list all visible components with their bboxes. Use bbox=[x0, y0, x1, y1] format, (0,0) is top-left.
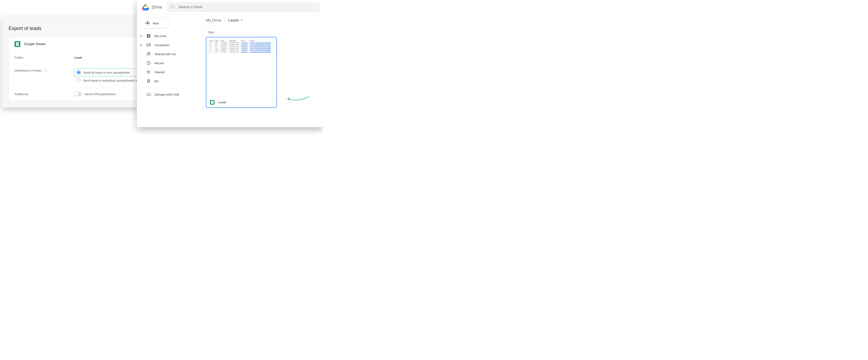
additional-label: Additional bbox=[14, 92, 74, 96]
svg-point-6 bbox=[149, 53, 150, 54]
sidebar-item-mydrive[interactable]: ▶ My Drive bbox=[137, 31, 203, 40]
drive-sidebar: New ▶ My Drive ▶ Computers Shared with m… bbox=[137, 15, 203, 127]
people-icon bbox=[146, 52, 151, 56]
utm-label: Send UTM parameters bbox=[85, 92, 116, 96]
google-drive-window: Drive Search in Drive New ▶ My Drive ▶ C… bbox=[137, 0, 323, 127]
chevron-down-icon: ▼ bbox=[241, 19, 243, 22]
chevron-right-icon: ▶ bbox=[141, 44, 143, 46]
utm-toggle[interactable] bbox=[74, 92, 82, 96]
sidebar-item-recent[interactable]: Recent bbox=[137, 58, 203, 67]
files-heading: Files bbox=[203, 26, 323, 37]
new-button[interactable]: New bbox=[141, 18, 169, 29]
drive-icon bbox=[146, 34, 151, 38]
drive-triangle-icon bbox=[142, 4, 149, 10]
svg-point-0 bbox=[171, 5, 174, 8]
new-button-label: New bbox=[153, 22, 159, 25]
help-icon[interactable]: ? bbox=[44, 68, 47, 72]
cloud-icon bbox=[146, 92, 151, 96]
distribution-label: Distribution of leads ? bbox=[14, 68, 74, 72]
svg-rect-2 bbox=[147, 44, 149, 46]
sidebar-item-storage[interactable]: Storage (93% full) bbox=[137, 90, 203, 99]
folder-label: Folder bbox=[14, 56, 74, 59]
plus-icon bbox=[145, 21, 150, 25]
search-icon bbox=[171, 5, 175, 9]
breadcrumb-root[interactable]: My Drive bbox=[206, 18, 221, 23]
breadcrumb-current[interactable]: Leads ▼ bbox=[228, 18, 243, 23]
sidebar-item-starred[interactable]: Starred bbox=[137, 67, 203, 77]
radio-icon bbox=[76, 71, 81, 75]
drive-brand-text: Drive bbox=[152, 4, 162, 10]
file-card-leads[interactable]: NumberNamePhoneCreation timeSourceView l… bbox=[206, 37, 277, 108]
radio-all-label: Send all leads to one spreadsheet bbox=[83, 71, 130, 74]
file-preview: NumberNamePhoneCreation timeSourceView l… bbox=[206, 37, 276, 97]
svg-line-1 bbox=[174, 8, 175, 9]
folder-value[interactable]: Leads bbox=[74, 56, 82, 59]
svg-rect-3 bbox=[150, 44, 151, 46]
file-name: Leads bbox=[218, 101, 226, 104]
devices-icon bbox=[146, 43, 151, 47]
svg-point-5 bbox=[147, 53, 149, 54]
sidebar-item-shared[interactable]: Shared with me bbox=[137, 50, 203, 58]
annotation-arrow-icon bbox=[287, 95, 309, 104]
trash-icon bbox=[146, 79, 151, 83]
integration-label: Google Sheets bbox=[24, 42, 46, 46]
radio-icon bbox=[76, 78, 81, 82]
google-sheets-icon bbox=[14, 41, 20, 47]
sidebar-item-bin[interactable]: Bin bbox=[137, 77, 203, 86]
chevron-right-icon: ▶ bbox=[141, 35, 143, 37]
drive-main: My Drive › Leads ▼ Files NumberNamePhone… bbox=[203, 15, 323, 127]
drive-topbar: Drive Search in Drive bbox=[137, 0, 323, 15]
breadcrumb: My Drive › Leads ▼ bbox=[203, 15, 323, 26]
search-bar[interactable]: Search in Drive bbox=[167, 2, 320, 12]
clock-icon bbox=[146, 61, 151, 65]
file-footer: Leads bbox=[206, 97, 276, 108]
star-icon bbox=[146, 70, 151, 74]
chevron-right-icon: › bbox=[224, 18, 225, 23]
search-placeholder: Search in Drive bbox=[179, 5, 202, 9]
sidebar-item-computers[interactable]: ▶ Computers bbox=[137, 40, 203, 50]
google-sheets-icon bbox=[210, 100, 215, 105]
drive-logo[interactable]: Drive bbox=[140, 4, 162, 10]
